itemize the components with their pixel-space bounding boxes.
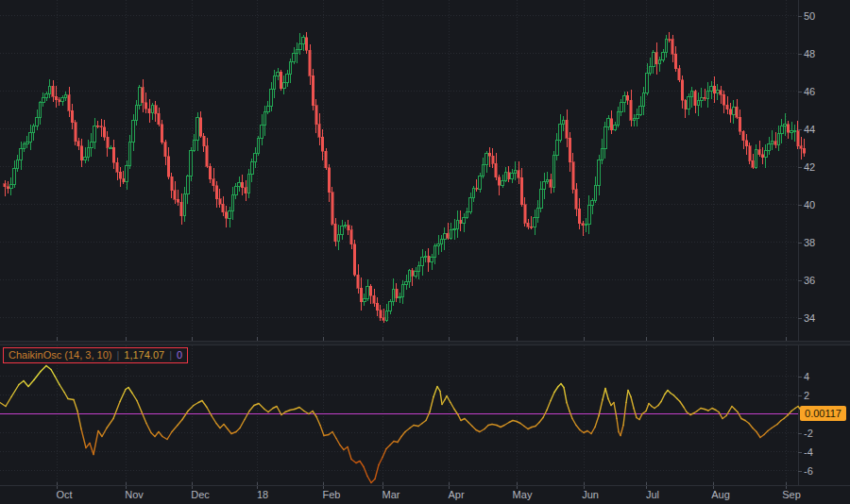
candle [685, 99, 688, 118]
axis-tick [798, 129, 802, 130]
candle [80, 139, 83, 167]
candle [190, 147, 193, 181]
candle [662, 49, 665, 62]
indicator-legend[interactable]: ChaikinOsc (14, 3, 10) | 1,174.07 | 0 [3, 347, 188, 363]
candle [61, 95, 64, 106]
indicator-title[interactable]: ChaikinOsc (14, 3, 10) [8, 349, 111, 361]
candle [59, 97, 61, 107]
time-axis-tick [257, 486, 258, 489]
candle [511, 169, 514, 184]
time-axis-label[interactable]: Feb [323, 489, 341, 500]
candle [7, 181, 8, 193]
candle [678, 65, 681, 82]
candle [96, 121, 99, 128]
time-axis-label[interactable]: Nov [125, 489, 144, 500]
osc-axis-label: -4 [804, 445, 813, 459]
candle [177, 190, 179, 206]
candle [286, 70, 289, 87]
time-axis[interactable]: OctNovDec18FebMarAprMayJunJulAugSep [0, 485, 850, 504]
time-axis-label[interactable]: Apr [448, 489, 464, 500]
candle [20, 142, 23, 170]
time-axis-label[interactable]: Aug [711, 489, 730, 500]
time-axis-tick [646, 486, 647, 489]
candle [45, 92, 48, 101]
time-axis-label[interactable]: May [513, 489, 533, 500]
time-axis-label[interactable]: Jun [582, 489, 599, 500]
time-axis-label[interactable]: Oct [56, 489, 72, 500]
candle [594, 176, 597, 202]
candle [193, 134, 196, 153]
candle [701, 88, 704, 109]
candle [437, 235, 440, 255]
candle [337, 225, 340, 250]
candle [164, 140, 167, 165]
candle [476, 179, 479, 192]
price-axis-label: 44 [804, 123, 815, 136]
candle [380, 305, 382, 321]
time-axis-tick [126, 486, 127, 489]
candle [245, 180, 247, 201]
candle [466, 208, 468, 219]
time-axis-label[interactable]: Sep [782, 489, 801, 500]
time-axis-label[interactable]: Jul [646, 489, 659, 500]
price-pane[interactable] [0, 0, 850, 341]
candle [674, 46, 677, 72]
candle [472, 186, 475, 202]
candle [482, 158, 484, 178]
time-axis-label[interactable]: Dec [191, 489, 210, 500]
candle [267, 101, 270, 113]
candle [273, 70, 276, 97]
candle [16, 155, 19, 172]
candle [26, 136, 29, 148]
candle [745, 134, 748, 156]
candle [485, 151, 488, 173]
candle [107, 131, 110, 157]
time-axis-label[interactable]: Mar [382, 489, 400, 500]
candle [456, 210, 459, 238]
indicator-zero-value: 0 [177, 349, 182, 361]
candle [283, 76, 286, 94]
candle [460, 210, 463, 232]
candle [771, 130, 774, 149]
candle [235, 183, 238, 199]
candle [495, 153, 498, 180]
oscillator-pane[interactable]: ChaikinOsc (14, 3, 10) | 1,174.07 | 0 [0, 345, 850, 485]
candle [536, 200, 539, 223]
candle [552, 151, 555, 193]
candle [566, 109, 569, 147]
candle [219, 189, 222, 208]
candle [364, 294, 366, 306]
candle [653, 50, 655, 74]
candle [694, 90, 697, 113]
axis-tick [798, 205, 802, 206]
candle [498, 175, 501, 196]
candle [556, 133, 559, 160]
chaikin-oscillator-chart [0, 345, 850, 485]
candle [502, 175, 504, 188]
candle [264, 106, 266, 135]
price-axis-label: 46 [804, 85, 815, 98]
candle [257, 136, 260, 155]
candle [749, 143, 752, 165]
candle [350, 226, 353, 249]
candle [598, 155, 601, 195]
time-axis-tick [449, 486, 450, 489]
candle [739, 109, 741, 134]
candle [299, 33, 302, 55]
candle [514, 161, 517, 180]
candle [591, 198, 594, 214]
candle [48, 79, 51, 99]
candle [116, 158, 119, 180]
candle [344, 222, 347, 228]
candle [530, 216, 533, 229]
time-axis-label[interactable]: 18 [257, 489, 268, 500]
candle [348, 220, 350, 235]
candle [424, 251, 427, 262]
candle [142, 79, 144, 112]
candle [225, 206, 228, 227]
candle [669, 32, 672, 43]
candle [296, 42, 298, 64]
candle [401, 280, 404, 304]
candle [94, 118, 96, 149]
candle [444, 227, 447, 249]
